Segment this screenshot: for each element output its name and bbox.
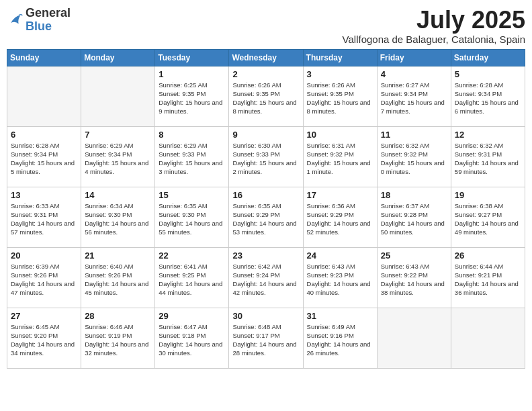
weekday-header: Wednesday bbox=[229, 49, 303, 66]
day-info: Sunrise: 6:38 AM Sunset: 9:27 PM Dayligh… bbox=[455, 201, 521, 237]
day-info: Sunrise: 6:29 AM Sunset: 9:33 PM Dayligh… bbox=[159, 141, 225, 177]
calendar-cell: 25Sunrise: 6:43 AM Sunset: 9:22 PM Dayli… bbox=[377, 247, 451, 308]
calendar-cell: 14Sunrise: 6:34 AM Sunset: 9:30 PM Dayli… bbox=[81, 187, 155, 247]
weekday-header: Friday bbox=[377, 49, 451, 66]
day-info: Sunrise: 6:43 AM Sunset: 9:22 PM Dayligh… bbox=[381, 262, 447, 298]
day-number: 25 bbox=[381, 250, 447, 261]
weekday-header: Thursday bbox=[303, 49, 377, 66]
day-info: Sunrise: 6:47 AM Sunset: 9:18 PM Dayligh… bbox=[159, 322, 225, 358]
weekday-header: Saturday bbox=[451, 49, 525, 66]
day-number: 17 bbox=[307, 190, 373, 200]
day-number: 21 bbox=[85, 250, 151, 261]
weekday-header: Tuesday bbox=[155, 49, 229, 66]
day-info: Sunrise: 6:43 AM Sunset: 9:23 PM Dayligh… bbox=[307, 262, 373, 298]
calendar-cell: 3Sunrise: 6:26 AM Sunset: 9:35 PM Daylig… bbox=[303, 66, 377, 126]
day-number: 20 bbox=[11, 250, 77, 261]
day-info: Sunrise: 6:45 AM Sunset: 9:20 PM Dayligh… bbox=[11, 322, 77, 358]
calendar-cell bbox=[377, 308, 451, 368]
day-info: Sunrise: 6:36 AM Sunset: 9:29 PM Dayligh… bbox=[307, 201, 373, 237]
day-info: Sunrise: 6:41 AM Sunset: 9:25 PM Dayligh… bbox=[159, 262, 225, 298]
calendar-week-row: 20Sunrise: 6:39 AM Sunset: 9:26 PM Dayli… bbox=[7, 247, 525, 308]
month-title: July 2025 bbox=[343, 7, 525, 34]
calendar-cell: 22Sunrise: 6:41 AM Sunset: 9:25 PM Dayli… bbox=[155, 247, 229, 308]
calendar-cell: 11Sunrise: 6:32 AM Sunset: 9:32 PM Dayli… bbox=[377, 126, 451, 187]
calendar-cell: 19Sunrise: 6:38 AM Sunset: 9:27 PM Dayli… bbox=[451, 187, 525, 247]
day-number: 2 bbox=[232, 69, 299, 79]
day-number: 16 bbox=[232, 190, 299, 200]
day-number: 4 bbox=[381, 69, 447, 79]
day-number: 23 bbox=[232, 250, 299, 261]
day-number: 3 bbox=[307, 69, 373, 79]
calendar-cell: 10Sunrise: 6:31 AM Sunset: 9:32 PM Dayli… bbox=[303, 126, 377, 187]
page-header: General Blue July 2025 Vallfogona de Bal… bbox=[7, 7, 525, 45]
day-info: Sunrise: 6:29 AM Sunset: 9:34 PM Dayligh… bbox=[85, 141, 151, 177]
calendar-week-row: 27Sunrise: 6:45 AM Sunset: 9:20 PM Dayli… bbox=[7, 308, 525, 368]
logo-blue-text: Blue bbox=[26, 19, 52, 33]
calendar-cell: 7Sunrise: 6:29 AM Sunset: 9:34 PM Daylig… bbox=[81, 126, 155, 187]
day-number: 12 bbox=[455, 130, 521, 140]
day-info: Sunrise: 6:31 AM Sunset: 9:32 PM Dayligh… bbox=[307, 141, 373, 177]
day-number: 30 bbox=[232, 311, 299, 321]
calendar-cell: 31Sunrise: 6:49 AM Sunset: 9:16 PM Dayli… bbox=[303, 308, 377, 368]
day-number: 29 bbox=[159, 311, 225, 321]
day-number: 24 bbox=[307, 250, 373, 261]
location-subtitle: Vallfogona de Balaguer, Catalonia, Spain bbox=[343, 34, 525, 45]
calendar-cell bbox=[7, 66, 81, 126]
calendar-cell: 13Sunrise: 6:33 AM Sunset: 9:31 PM Dayli… bbox=[7, 187, 81, 247]
day-info: Sunrise: 6:48 AM Sunset: 9:17 PM Dayligh… bbox=[232, 322, 299, 358]
title-block: July 2025 Vallfogona de Balaguer, Catalo… bbox=[343, 7, 525, 45]
day-number: 15 bbox=[159, 190, 225, 200]
day-info: Sunrise: 6:40 AM Sunset: 9:26 PM Dayligh… bbox=[85, 262, 151, 298]
calendar-cell: 9Sunrise: 6:30 AM Sunset: 9:33 PM Daylig… bbox=[229, 126, 303, 187]
calendar-cell: 29Sunrise: 6:47 AM Sunset: 9:18 PM Dayli… bbox=[155, 308, 229, 368]
calendar-cell: 12Sunrise: 6:32 AM Sunset: 9:31 PM Dayli… bbox=[451, 126, 525, 187]
day-info: Sunrise: 6:49 AM Sunset: 9:16 PM Dayligh… bbox=[307, 322, 373, 358]
calendar-cell: 27Sunrise: 6:45 AM Sunset: 9:20 PM Dayli… bbox=[7, 308, 81, 368]
day-info: Sunrise: 6:26 AM Sunset: 9:35 PM Dayligh… bbox=[307, 81, 373, 116]
day-number: 8 bbox=[159, 130, 225, 140]
day-info: Sunrise: 6:33 AM Sunset: 9:31 PM Dayligh… bbox=[11, 201, 77, 237]
day-number: 7 bbox=[85, 130, 151, 140]
day-info: Sunrise: 6:35 AM Sunset: 9:29 PM Dayligh… bbox=[232, 201, 299, 237]
calendar-cell: 8Sunrise: 6:29 AM Sunset: 9:33 PM Daylig… bbox=[155, 126, 229, 187]
calendar-cell: 1Sunrise: 6:25 AM Sunset: 9:35 PM Daylig… bbox=[155, 66, 229, 126]
day-info: Sunrise: 6:37 AM Sunset: 9:28 PM Dayligh… bbox=[381, 201, 447, 237]
day-number: 26 bbox=[455, 250, 521, 261]
weekday-header-row: SundayMondayTuesdayWednesdayThursdayFrid… bbox=[7, 49, 525, 66]
calendar-cell bbox=[81, 66, 155, 126]
day-number: 19 bbox=[455, 190, 521, 200]
logo: General Blue bbox=[7, 7, 71, 34]
calendar-cell: 20Sunrise: 6:39 AM Sunset: 9:26 PM Dayli… bbox=[7, 247, 81, 308]
day-number: 6 bbox=[11, 130, 77, 140]
calendar-week-row: 13Sunrise: 6:33 AM Sunset: 9:31 PM Dayli… bbox=[7, 187, 525, 247]
day-number: 10 bbox=[307, 130, 373, 140]
calendar-cell: 17Sunrise: 6:36 AM Sunset: 9:29 PM Dayli… bbox=[303, 187, 377, 247]
calendar-cell: 4Sunrise: 6:27 AM Sunset: 9:34 PM Daylig… bbox=[377, 66, 451, 126]
calendar-cell: 6Sunrise: 6:28 AM Sunset: 9:34 PM Daylig… bbox=[7, 126, 81, 187]
day-number: 14 bbox=[85, 190, 151, 200]
day-number: 5 bbox=[455, 69, 521, 79]
calendar-cell: 30Sunrise: 6:48 AM Sunset: 9:17 PM Dayli… bbox=[229, 308, 303, 368]
day-info: Sunrise: 6:28 AM Sunset: 9:34 PM Dayligh… bbox=[11, 141, 77, 177]
calendar-cell: 16Sunrise: 6:35 AM Sunset: 9:29 PM Dayli… bbox=[229, 187, 303, 247]
day-info: Sunrise: 6:32 AM Sunset: 9:31 PM Dayligh… bbox=[455, 141, 521, 177]
calendar-cell: 5Sunrise: 6:28 AM Sunset: 9:34 PM Daylig… bbox=[451, 66, 525, 126]
day-number: 9 bbox=[232, 130, 299, 140]
calendar-cell: 24Sunrise: 6:43 AM Sunset: 9:23 PM Dayli… bbox=[303, 247, 377, 308]
logo-bird-icon bbox=[7, 12, 23, 28]
calendar-cell: 2Sunrise: 6:26 AM Sunset: 9:35 PM Daylig… bbox=[229, 66, 303, 126]
day-info: Sunrise: 6:28 AM Sunset: 9:34 PM Dayligh… bbox=[455, 81, 521, 116]
calendar-cell: 28Sunrise: 6:46 AM Sunset: 9:19 PM Dayli… bbox=[81, 308, 155, 368]
day-info: Sunrise: 6:42 AM Sunset: 9:24 PM Dayligh… bbox=[232, 262, 299, 298]
day-number: 28 bbox=[85, 311, 151, 321]
logo-general-text: General bbox=[26, 6, 71, 19]
calendar-cell: 21Sunrise: 6:40 AM Sunset: 9:26 PM Dayli… bbox=[81, 247, 155, 308]
calendar-week-row: 6Sunrise: 6:28 AM Sunset: 9:34 PM Daylig… bbox=[7, 126, 525, 187]
day-info: Sunrise: 6:25 AM Sunset: 9:35 PM Dayligh… bbox=[159, 81, 225, 116]
day-info: Sunrise: 6:30 AM Sunset: 9:33 PM Dayligh… bbox=[232, 141, 299, 177]
day-number: 31 bbox=[307, 311, 373, 321]
weekday-header: Monday bbox=[81, 49, 155, 66]
calendar-cell bbox=[451, 308, 525, 368]
day-number: 1 bbox=[159, 69, 225, 79]
day-info: Sunrise: 6:35 AM Sunset: 9:30 PM Dayligh… bbox=[159, 201, 225, 237]
